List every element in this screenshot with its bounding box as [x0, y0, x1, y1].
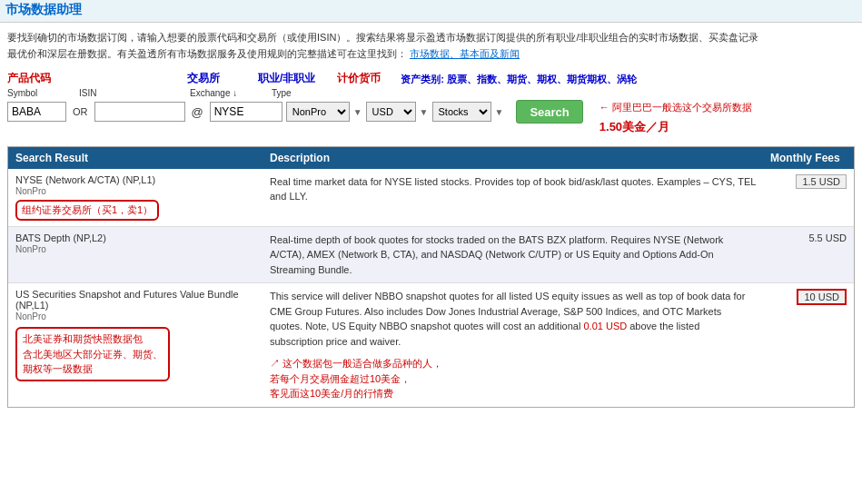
page-title: 市场数据助理: [5, 2, 82, 16]
label-type-wrapper: 职业/非职业: [240, 71, 315, 86]
row3-name-cell: US Securities Snapshot and Futures Value…: [8, 283, 263, 407]
sublabel-symbol: Symbol: [7, 88, 66, 98]
header-bar: 市场数据助理: [0, 0, 862, 23]
intro-line1: 要找到确切的市场数据订阅，请输入想要的股票代码和交易所（或使用ISIN）。搜索结…: [7, 32, 758, 43]
label-exchange-wrapper: 交易所: [133, 71, 220, 86]
row1-circle-annotation: 组约证券交易所（买1，卖1）: [15, 200, 255, 221]
intro-link[interactable]: 市场数据、基本面及新闻: [410, 48, 520, 59]
search-button[interactable]: Search: [516, 100, 582, 124]
sublabel-exchange: Exchange ↓: [190, 88, 263, 98]
row3-fee-badge: 10 USD: [797, 289, 847, 305]
table-row-3-wrapper: US Securities Snapshot and Futures Value…: [8, 283, 854, 407]
price-annotation: 1.50美金／月: [599, 118, 752, 137]
row3-fee: 10 USD: [763, 283, 854, 407]
label-assettype-wrapper: 资产类别: 股票、指数、期货、期权、期货期权、涡轮: [390, 73, 855, 86]
table-row: NYSE (Network A/CTA) (NP,L1) NonPro 组约证券…: [8, 169, 854, 227]
row1-type: NonPro: [15, 186, 255, 196]
row1-desc: Real time market data for NYSE listed st…: [263, 169, 763, 226]
symbol-input[interactable]: [7, 102, 66, 122]
results-section: Search Result Description Monthly Fees N…: [7, 146, 855, 408]
row2-fee: 5.5 USD: [763, 227, 854, 283]
row1-fee: 1.5 USD: [763, 169, 854, 226]
col-header-desc: Description: [263, 147, 763, 169]
row1-name: NYSE (Network A/CTA) (NP,L1): [15, 174, 255, 185]
table-row: BATS Depth (NP,L2) NonPro Real-time dept…: [8, 227, 854, 284]
col-header-result: Search Result: [8, 147, 263, 169]
isin-input[interactable]: [94, 102, 185, 122]
type-select[interactable]: NonPro Pro: [286, 102, 350, 122]
row3-circle-annotation: 北美证券和期货快照数据包 含北美地区大部分证券、期货、 期权等一级数据: [15, 327, 255, 381]
intro-section: 要找到确切的市场数据订阅，请输入想要的股票代码和交易所（或使用ISIN）。搜索结…: [7, 30, 855, 62]
row1-name-cell: NYSE (Network A/CTA) (NP,L1) NonPro 组约证券…: [8, 169, 263, 226]
label-product: 产品代码: [7, 71, 60, 86]
row1-fee-badge: 1.5 USD: [796, 174, 847, 189]
row3-name: US Securities Snapshot and Futures Value…: [15, 289, 255, 311]
exchange-annotation: ← 阿里巴巴一般选这个交易所数据 1.50美金／月: [599, 100, 752, 136]
col-header-fee: Monthly Fees: [763, 147, 854, 169]
table-header: Search Result Description Monthly Fees: [8, 147, 854, 169]
sublabel-isin: ISIN: [79, 88, 170, 98]
row2-type: NonPro: [15, 244, 255, 254]
exchange-input[interactable]: [210, 102, 282, 122]
label-currency-wrapper: 计价货币: [324, 71, 381, 86]
row2-desc: Real-time depth of book quotes for stock…: [263, 227, 763, 283]
row3-desc: This service will deliver NBBO snapshot …: [263, 283, 763, 407]
row2-name: BATS Depth (NP,L2): [15, 232, 255, 243]
at-sign: @: [192, 105, 203, 119]
row3-type: NonPro: [15, 311, 255, 321]
row3-bottom-annotation: ↗ 这个数据包一般适合做多品种的人， 若每个月交易佣金超过10美金， 客见面这1…: [270, 356, 756, 401]
table-row: US Securities Snapshot and Futures Value…: [8, 283, 854, 407]
page-container: 市场数据助理 要找到确切的市场数据订阅，请输入想要的股票代码和交易所（或使用IS…: [0, 0, 862, 411]
asset-select[interactable]: Stocks Futures Options: [432, 102, 491, 122]
intro-line2: 最优价和深层在册数据。有关盈透所有市场数据服务及使用规则的完整描述可在这里找到：: [7, 48, 407, 59]
currency-select[interactable]: USD EUR CNH: [366, 102, 416, 122]
or-text: OR: [73, 106, 88, 117]
row2-name-cell: BATS Depth (NP,L2) NonPro: [8, 227, 263, 283]
sublabel-type: Type: [272, 88, 344, 98]
row2-fee-value: 5.5 USD: [808, 232, 847, 243]
